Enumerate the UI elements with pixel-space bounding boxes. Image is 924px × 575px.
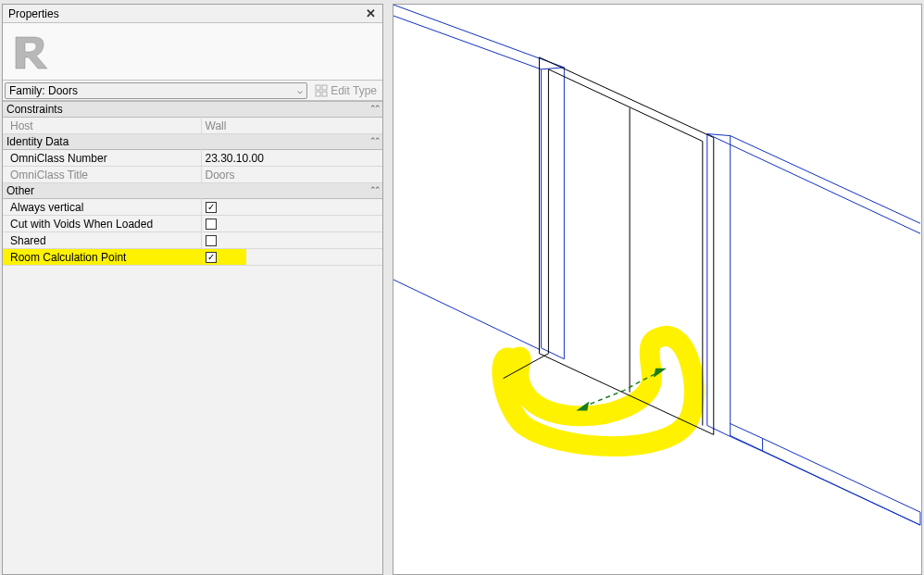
wall-left-segment — [393, 5, 564, 359]
prop-shared-label: Shared — [10, 234, 46, 247]
svg-rect-1 — [322, 85, 327, 90]
collapse-icon[interactable]: ⌃⌃ — [369, 136, 379, 145]
type-selector[interactable] — [3, 23, 382, 81]
collapse-icon[interactable]: ⌃⌃ — [369, 104, 379, 113]
edit-type-label: Edit Type — [331, 84, 377, 97]
svg-line-5 — [393, 16, 541, 69]
cut-voids-checkbox[interactable] — [206, 219, 217, 230]
edit-type-button[interactable]: Edit Type — [311, 82, 381, 99]
floor-edge-left — [393, 280, 540, 350]
close-icon[interactable]: ✕ — [362, 6, 379, 21]
door-opening[interactable] — [504, 57, 714, 435]
family-label: Family: Doors — [9, 84, 78, 97]
svg-line-18 — [730, 436, 763, 451]
svg-line-29 — [548, 69, 702, 142]
wall-base-right — [730, 423, 920, 525]
drawing-canvas[interactable] — [393, 5, 921, 574]
svg-line-19 — [730, 423, 763, 438]
group-identity-title: Identity Data — [6, 135, 69, 148]
prop-omniclass-title[interactable]: OmniClass Title Doors — [3, 167, 382, 183]
prop-room-calc-label: Room Calculation Point — [10, 251, 126, 264]
prop-omniclass-number-value: 23.30.10.00 — [206, 152, 264, 165]
grid-icon — [315, 84, 328, 97]
family-row: Family: Doors ⌵ Edit Type — [3, 81, 382, 101]
prop-always-vertical-label: Always vertical — [10, 201, 83, 214]
svg-line-26 — [539, 57, 713, 138]
svg-line-8 — [541, 348, 564, 359]
svg-rect-2 — [316, 92, 320, 96]
room-calc-checkbox[interactable] — [206, 252, 217, 263]
prop-room-calc-point[interactable]: Room Calculation Point — [3, 249, 382, 266]
svg-line-10 — [707, 134, 920, 234]
prop-always-vertical[interactable]: Always vertical — [3, 199, 382, 216]
always-vertical-checkbox[interactable] — [206, 202, 217, 213]
family-dropdown[interactable]: Family: Doors ⌵ — [5, 82, 307, 99]
properties-panel: Properties ✕ Family: Doors ⌵ Edit Type — [2, 4, 383, 575]
prop-host-value: Wall — [206, 119, 227, 132]
svg-line-11 — [730, 136, 920, 224]
svg-rect-0 — [316, 85, 320, 90]
prop-omniclass-number-label: OmniClass Number — [10, 152, 107, 165]
prop-omniclass-number[interactable]: OmniClass Number 23.30.10.00 — [3, 150, 382, 167]
drawing-viewport[interactable] — [393, 4, 922, 575]
group-constraints-title: Constraints — [6, 103, 63, 116]
prop-host[interactable]: Host Wall — [3, 118, 382, 134]
chevron-down-icon: ⌵ — [297, 85, 303, 95]
svg-line-9 — [541, 68, 564, 69]
highlight-annotation — [502, 336, 693, 446]
wall-right-segment — [707, 134, 920, 526]
svg-line-4 — [393, 5, 564, 68]
svg-line-14 — [707, 425, 730, 436]
panel-titlebar[interactable]: Properties ✕ — [3, 5, 382, 23]
revit-logo-icon — [8, 30, 53, 74]
group-other-title: Other — [6, 184, 34, 197]
properties-table: Constraints ⌃⌃ Host Wall Identity Data ⌃… — [3, 101, 382, 266]
prop-omniclass-title-label: OmniClass Title — [10, 169, 88, 181]
group-other[interactable]: Other ⌃⌃ — [3, 183, 382, 199]
collapse-icon[interactable]: ⌃⌃ — [369, 185, 379, 194]
shared-checkbox[interactable] — [206, 235, 217, 246]
svg-line-22 — [763, 438, 920, 512]
prop-shared[interactable]: Shared — [3, 232, 382, 249]
group-identity[interactable]: Identity Data ⌃⌃ — [3, 134, 382, 150]
svg-line-21 — [763, 451, 920, 525]
panel-title: Properties — [8, 7, 59, 20]
group-constraints[interactable]: Constraints ⌃⌃ — [3, 102, 382, 118]
svg-rect-3 — [322, 92, 327, 96]
prop-cut-voids-label: Cut with Voids When Loaded — [10, 218, 153, 231]
prop-omniclass-title-value: Doors — [206, 169, 235, 181]
prop-host-label: Host — [10, 119, 33, 132]
prop-cut-voids[interactable]: Cut with Voids When Loaded — [3, 216, 382, 232]
